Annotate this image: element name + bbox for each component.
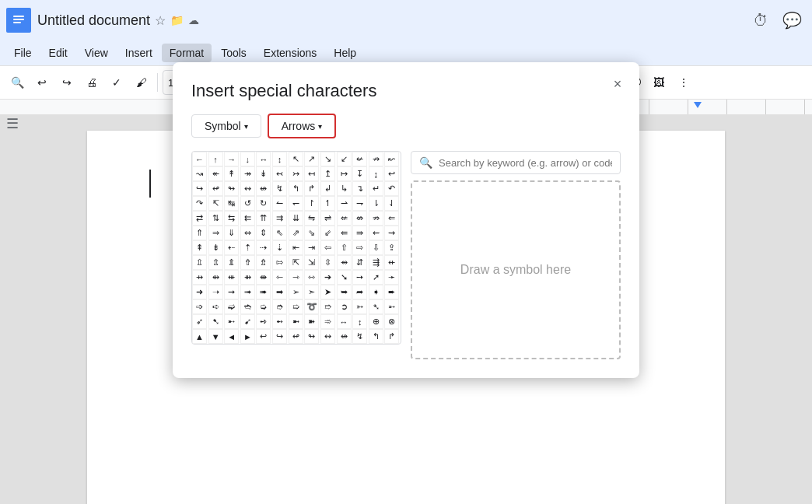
symbol-cell[interactable]: ↡ [256,166,271,181]
redo-btn[interactable]: ↪ [56,70,78,95]
symbol-cell[interactable]: ⇽ [272,270,287,285]
symbol-cell[interactable]: ↴ [352,181,367,196]
symbol-cell[interactable]: ⇲ [304,255,319,270]
symbol-cell[interactable]: ➻ [272,314,287,329]
spell-btn[interactable]: ✓ [106,70,128,95]
symbol-cell[interactable]: ↫ [289,329,303,344]
symbol-cell[interactable]: ▼ [208,329,223,344]
symbol-cell[interactable]: ↖ [289,152,303,166]
symbol-cell[interactable]: ➼ [289,314,303,329]
symbol-cell[interactable]: ➟ [240,285,255,299]
symbol-cell[interactable]: ➜ [192,285,207,299]
symbol-cell[interactable]: ⇺ [224,270,239,285]
symbol-cell[interactable]: ➦ [352,285,367,299]
symbol-cell[interactable]: ⇓ [224,226,239,240]
symbol-cell[interactable]: ↰ [289,181,303,196]
menu-tools[interactable]: Tools [213,44,254,62]
symbol-cell[interactable]: ↗ [304,152,319,166]
folder-icon[interactable]: 📁 [170,14,184,26]
symbol-cell[interactable]: ➲ [337,299,352,314]
tab-arrows[interactable]: Arrows ▾ [268,114,337,138]
symbol-cell[interactable]: ↪ [272,329,287,344]
symbol-cell[interactable]: ⇴ [337,255,352,270]
symbol-cell[interactable]: ⇌ [320,211,335,226]
symbol-cell[interactable]: ➤ [320,285,335,299]
symbol-cell[interactable]: ↩ [256,329,271,344]
symbol-cell[interactable]: ➔ [320,270,335,285]
symbol-cell[interactable]: ↱ [384,329,399,344]
symbol-cell[interactable]: ↕ [352,314,367,329]
symbol-cell[interactable]: ↼ [272,196,287,211]
symbol-cell[interactable]: ⇍ [337,211,352,226]
symbol-cell[interactable]: ↠ [240,166,255,181]
symbol-cell[interactable]: ⊕ [369,314,383,329]
symbol-cell[interactable]: ➾ [320,314,335,329]
symbol-cell[interactable]: ⇁ [352,196,367,211]
symbol-cell[interactable]: ⇒ [208,226,223,240]
symbol-cell[interactable]: ↣ [289,166,303,181]
symbol-cell[interactable]: ➪ [208,299,223,314]
symbol-cell[interactable]: ↽ [289,196,303,211]
symbol-cell[interactable]: ➺ [256,314,271,329]
symbol-cell[interactable]: ➝ [208,285,223,299]
paint-btn[interactable]: 🖌 [131,70,152,95]
menu-view[interactable]: View [77,44,116,62]
more-toolbar-btn[interactable]: ⋮ [673,70,695,95]
symbol-cell[interactable]: ↥ [320,166,335,181]
symbol-cell[interactable]: ↿ [320,196,335,211]
symbol-cell[interactable]: ↫ [208,181,223,196]
symbol-cell[interactable]: ↟ [224,166,239,181]
symbol-cell[interactable]: ↮ [337,329,352,344]
image-btn[interactable]: 🖼 [648,70,670,95]
symbol-cell[interactable]: ➽ [304,314,319,329]
symbol-cell[interactable]: ⇷ [384,255,399,270]
symbol-cell[interactable]: ↩ [384,166,399,181]
symbol-cell[interactable]: ➛ [384,270,399,285]
symbol-cell[interactable]: ⇣ [272,240,287,255]
symbol-cell[interactable]: ↔ [256,152,271,166]
symbol-cell[interactable]: ➵ [384,299,399,314]
symbol-cell[interactable]: ➞ [224,285,239,299]
symbol-cell[interactable]: ↘ [320,152,335,166]
symbol-cell[interactable]: ⇘ [304,226,319,240]
symbol-cell[interactable]: ⇐ [384,211,399,226]
symbol-cell[interactable]: ➶ [192,314,207,329]
symbol-cell[interactable]: ↔ [337,314,352,329]
symbol-cell[interactable]: ➹ [240,314,255,329]
symbol-cell[interactable]: ↛ [369,152,383,166]
symbol-cell[interactable]: ⇗ [289,226,303,240]
search-input[interactable] [439,157,612,169]
symbol-cell[interactable]: ⇕ [256,226,271,240]
symbol-cell[interactable]: ⇥ [304,240,319,255]
symbol-cell[interactable]: ↾ [304,196,319,211]
symbol-cell[interactable]: ↹ [224,196,239,211]
symbol-cell[interactable]: ⇿ [304,270,319,285]
symbol-cell[interactable]: ↤ [304,166,319,181]
symbol-cell[interactable]: ↯ [272,181,287,196]
symbol-cell[interactable]: ⇊ [289,211,303,226]
symbol-cell[interactable]: ➚ [369,270,383,285]
symbol-cell[interactable]: ↵ [369,181,383,196]
symbol-cell[interactable]: ↜ [384,152,399,166]
symbol-cell[interactable]: ➨ [384,285,399,299]
symbol-cell[interactable]: ➳ [352,299,367,314]
symbol-cell[interactable]: ⇻ [240,270,255,285]
history-button[interactable]: ⏱ [747,6,775,34]
symbol-cell[interactable]: ↦ [337,166,352,181]
symbol-cell[interactable]: ⇫ [192,255,207,270]
symbol-cell[interactable]: ⇦ [320,240,335,255]
symbol-cell[interactable]: ↲ [320,181,335,196]
symbol-cell[interactable]: ⇳ [320,255,335,270]
symbol-cell[interactable]: ⇮ [240,255,255,270]
symbol-cell[interactable]: ↧ [352,166,367,181]
comment-button[interactable]: 💬 [778,6,806,34]
symbol-cell[interactable]: ⇸ [192,270,207,285]
symbol-cell[interactable]: ⇃ [384,196,399,211]
symbol-cell[interactable]: ➯ [289,299,303,314]
symbol-cell[interactable]: ➢ [289,285,303,299]
symbol-cell[interactable]: ← [192,152,207,166]
symbol-cell[interactable]: ⇙ [320,226,335,240]
draw-area[interactable]: Draw a symbol here [411,180,621,359]
symbol-cell[interactable]: ➫ [224,299,239,314]
symbol-cell[interactable]: ↞ [208,166,223,181]
